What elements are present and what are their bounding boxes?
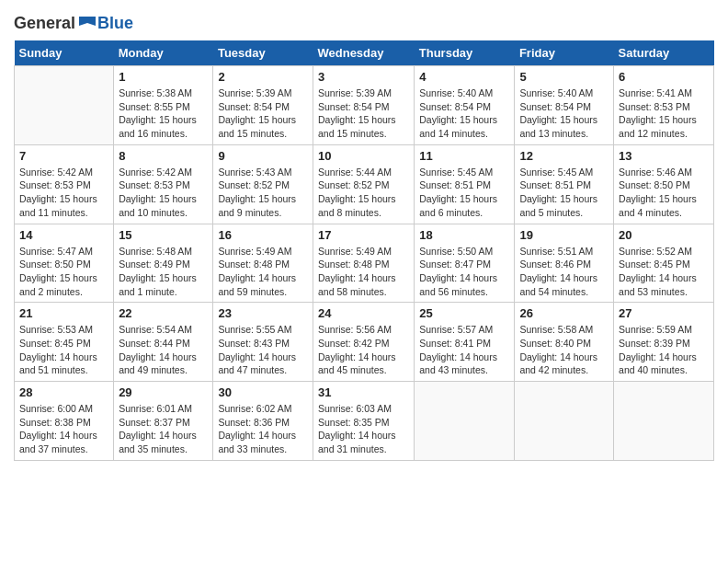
day-number: 22 [119,306,208,320]
calendar-cell: 31 Sunrise: 6:03 AMSunset: 8:35 PMDaylig… [313,382,414,461]
calendar-cell [415,382,515,461]
weekday-header-row: SundayMondayTuesdayWednesdayThursdayFrid… [15,40,714,66]
day-info: Sunrise: 5:42 AMSunset: 8:53 PMDaylight:… [119,166,208,220]
day-info: Sunrise: 5:39 AMSunset: 8:54 PMDaylight:… [318,86,409,141]
calendar-cell: 16 Sunrise: 5:49 AMSunset: 8:48 PMDaylig… [213,224,313,303]
day-info: Sunrise: 5:58 AMSunset: 8:40 PMDaylight:… [519,323,609,377]
weekday-header-friday: Friday [515,40,614,66]
day-info: Sunrise: 5:38 AMSunset: 8:55 PMDaylight:… [119,86,208,141]
calendar-cell: 25 Sunrise: 5:57 AMSunset: 8:41 PMDaylig… [415,303,515,382]
calendar-cell: 29 Sunrise: 6:01 AMSunset: 8:37 PMDaylig… [114,382,213,461]
day-info: Sunrise: 6:01 AMSunset: 8:37 PMDaylight:… [119,402,208,456]
day-info: Sunrise: 5:55 AMSunset: 8:43 PMDaylight:… [218,323,308,377]
calendar-cell: 23 Sunrise: 5:55 AMSunset: 8:43 PMDaylig… [213,303,313,382]
header: General Blue [14,9,714,33]
day-number: 12 [519,149,609,163]
day-info: Sunrise: 5:46 AMSunset: 8:50 PMDaylight:… [619,166,709,220]
calendar-cell [515,382,614,461]
day-number: 21 [19,306,108,320]
day-info: Sunrise: 5:59 AMSunset: 8:39 PMDaylight:… [619,323,709,377]
day-info: Sunrise: 5:54 AMSunset: 8:44 PMDaylight:… [119,323,208,377]
logo-general-label: General [14,14,75,33]
calendar-cell: 3 Sunrise: 5:39 AMSunset: 8:54 PMDayligh… [313,66,414,145]
day-info: Sunrise: 6:00 AMSunset: 8:38 PMDaylight:… [19,402,108,456]
calendar-cell: 5 Sunrise: 5:40 AMSunset: 8:54 PMDayligh… [515,66,614,145]
calendar-cell: 28 Sunrise: 6:00 AMSunset: 8:38 PMDaylig… [15,382,114,461]
calendar-week-row: 14 Sunrise: 5:47 AMSunset: 8:50 PMDaylig… [15,224,714,303]
day-number: 20 [619,228,709,242]
day-info: Sunrise: 5:47 AMSunset: 8:50 PMDaylight:… [19,245,108,299]
day-number: 8 [119,149,208,163]
weekday-header-sunday: Sunday [15,40,114,66]
day-number: 5 [519,70,609,84]
day-number: 11 [419,149,509,163]
day-info: Sunrise: 5:44 AMSunset: 8:52 PMDaylight:… [318,166,409,220]
day-number: 31 [318,385,409,399]
calendar-cell: 14 Sunrise: 5:47 AMSunset: 8:50 PMDaylig… [15,224,114,303]
weekday-header-wednesday: Wednesday [313,40,414,66]
day-info: Sunrise: 5:48 AMSunset: 8:49 PMDaylight:… [119,245,208,299]
logo-blue-label: Blue [97,14,133,32]
calendar-cell: 26 Sunrise: 5:58 AMSunset: 8:40 PMDaylig… [515,303,614,382]
day-info: Sunrise: 5:53 AMSunset: 8:45 PMDaylight:… [19,323,108,377]
calendar-cell: 8 Sunrise: 5:42 AMSunset: 8:53 PMDayligh… [114,144,213,224]
day-number: 15 [119,228,208,242]
calendar-week-row: 21 Sunrise: 5:53 AMSunset: 8:45 PMDaylig… [15,303,714,382]
day-number: 1 [119,70,208,84]
calendar-cell: 7 Sunrise: 5:42 AMSunset: 8:53 PMDayligh… [15,144,114,224]
day-number: 2 [218,70,308,84]
day-number: 25 [419,306,509,320]
calendar-week-row: 7 Sunrise: 5:42 AMSunset: 8:53 PMDayligh… [15,144,714,224]
calendar-table: SundayMondayTuesdayWednesdayThursdayFrid… [14,40,714,461]
day-number: 29 [119,385,208,399]
day-info: Sunrise: 5:45 AMSunset: 8:51 PMDaylight:… [519,166,609,220]
weekday-header-saturday: Saturday [614,40,714,66]
day-number: 6 [619,70,709,84]
day-number: 18 [419,228,509,242]
day-number: 7 [19,149,108,163]
day-number: 13 [619,149,709,163]
day-info: Sunrise: 5:50 AMSunset: 8:47 PMDaylight:… [419,245,509,299]
calendar-cell: 30 Sunrise: 6:02 AMSunset: 8:36 PMDaylig… [213,382,313,461]
calendar-cell [614,382,714,461]
calendar-cell: 19 Sunrise: 5:51 AMSunset: 8:46 PMDaylig… [515,224,614,303]
calendar-cell: 4 Sunrise: 5:40 AMSunset: 8:54 PMDayligh… [415,66,515,145]
calendar-cell: 15 Sunrise: 5:48 AMSunset: 8:49 PMDaylig… [114,224,213,303]
weekday-header-monday: Monday [114,40,213,66]
day-number: 19 [519,228,609,242]
svg-marker-0 [79,17,96,26]
calendar-week-row: 28 Sunrise: 6:00 AMSunset: 8:38 PMDaylig… [15,382,714,461]
day-info: Sunrise: 5:40 AMSunset: 8:54 PMDaylight:… [419,86,509,141]
day-info: Sunrise: 5:49 AMSunset: 8:48 PMDaylight:… [218,245,308,299]
calendar-cell: 10 Sunrise: 5:44 AMSunset: 8:52 PMDaylig… [313,144,414,224]
day-info: Sunrise: 5:56 AMSunset: 8:42 PMDaylight:… [318,323,409,377]
calendar-cell: 12 Sunrise: 5:45 AMSunset: 8:51 PMDaylig… [515,144,614,224]
day-number: 16 [218,228,308,242]
calendar-cell: 1 Sunrise: 5:38 AMSunset: 8:55 PMDayligh… [114,66,213,145]
day-number: 4 [419,70,509,84]
calendar-cell: 2 Sunrise: 5:39 AMSunset: 8:54 PMDayligh… [213,66,313,145]
logo: General Blue [14,14,133,33]
day-number: 14 [19,228,108,242]
day-number: 3 [318,70,409,84]
day-info: Sunrise: 5:52 AMSunset: 8:45 PMDaylight:… [619,245,709,299]
day-info: Sunrise: 6:03 AMSunset: 8:35 PMDaylight:… [318,402,409,456]
day-info: Sunrise: 5:40 AMSunset: 8:54 PMDaylight:… [519,86,609,141]
day-info: Sunrise: 5:49 AMSunset: 8:48 PMDaylight:… [318,245,409,299]
day-number: 26 [519,306,609,320]
calendar-cell: 11 Sunrise: 5:45 AMSunset: 8:51 PMDaylig… [415,144,515,224]
calendar-cell: 6 Sunrise: 5:41 AMSunset: 8:53 PMDayligh… [614,66,714,145]
day-number: 10 [318,149,409,163]
calendar-cell: 9 Sunrise: 5:43 AMSunset: 8:52 PMDayligh… [213,144,313,224]
calendar-cell [15,66,114,145]
calendar-week-row: 1 Sunrise: 5:38 AMSunset: 8:55 PMDayligh… [15,66,714,145]
calendar-cell: 18 Sunrise: 5:50 AMSunset: 8:47 PMDaylig… [415,224,515,303]
day-info: Sunrise: 6:02 AMSunset: 8:36 PMDaylight:… [218,402,308,456]
day-number: 28 [19,385,108,399]
day-info: Sunrise: 5:43 AMSunset: 8:52 PMDaylight:… [218,166,308,220]
day-info: Sunrise: 5:45 AMSunset: 8:51 PMDaylight:… [419,166,509,220]
weekday-header-thursday: Thursday [415,40,515,66]
weekday-header-tuesday: Tuesday [213,40,313,66]
day-number: 27 [619,306,709,320]
calendar-cell: 24 Sunrise: 5:56 AMSunset: 8:42 PMDaylig… [313,303,414,382]
